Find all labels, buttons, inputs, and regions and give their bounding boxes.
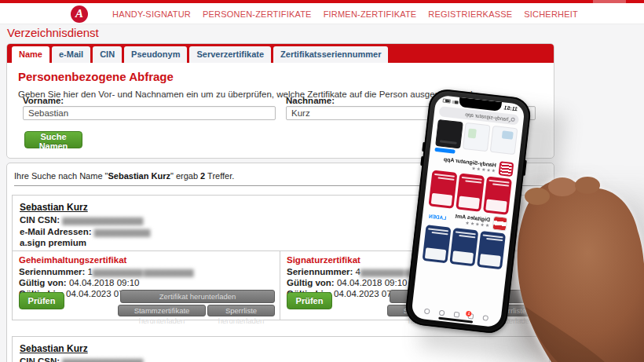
video-progress-bar: [440, 140, 457, 144]
phone-clock: 11:51: [503, 104, 518, 112]
valid-from-label: Gültig von:: [287, 278, 335, 287]
serial-label: Seriennummer:: [287, 267, 353, 276]
battery-icon: [442, 98, 451, 103]
red-screenshot-card: [428, 170, 457, 209]
tab-serverzertifikate[interactable]: Serverzertifikate: [189, 46, 271, 63]
panel-heading: Personenbezogene Abfrage: [18, 70, 174, 83]
tab-zertifikatsseriennummer[interactable]: Zertifikatsseriennummer: [273, 46, 388, 63]
email-label: e-Mail Adressen:: [20, 227, 92, 236]
laden-button: LADEN: [427, 213, 447, 221]
vorname-label: Vorname:: [23, 96, 64, 105]
email-row: e-Mail Adressen: ▆▆▆▆▆▆▆▆▆: [20, 226, 149, 237]
stammzertifikate-herunterladen-button[interactable]: Stammzertifikate herunterladen: [118, 305, 206, 316]
result-summary: Ihre Suche nach Name "Sebastian Kurz" er…: [14, 171, 234, 181]
app-screenshot-thumb: [463, 122, 491, 152]
app2-screenshot-cards: [423, 225, 507, 269]
atrust-logo[interactable]: A: [71, 5, 88, 23]
product-name: a.sign premium: [20, 238, 86, 247]
main-nav: HANDY-SIGNATUR PERSONEN-ZERTIFIKATE FIRM…: [112, 9, 578, 19]
sperrliste-herunterladen-button[interactable]: Sperrliste herunterladen: [207, 305, 275, 316]
serial-value-redacted: ▆▆▆▆▆▆▆▆ ▆▆▆▆▆▆▆▆: [93, 267, 193, 276]
nav-personen-zertifikate[interactable]: PERSONEN-ZERTIFIKATE: [203, 9, 312, 19]
cin-row: CIN CSN: ▆▆▆▆▆▆▆▆▆▆▆▆▆: [20, 214, 142, 225]
thumb-graphic: [468, 128, 477, 138]
red-screenshot-card: [483, 176, 512, 214]
navy-screenshot-card: [423, 225, 452, 263]
tab-cin[interactable]: CIN: [93, 46, 122, 63]
signal-icon: [452, 100, 458, 104]
navy-screenshot-card: [477, 231, 506, 269]
games-tab-icon: 1: [468, 313, 474, 320]
handy-signatur-app-icon: [498, 161, 514, 177]
app-screenshot-thumb: [490, 126, 518, 155]
cin-row: CIN CSN: ▆▆▆▆▆▆▆▆▆▆▆▆▆: [20, 356, 142, 362]
suche-namen-button[interactable]: Suche Namen: [24, 131, 82, 148]
summary-name: Sebastian Kurz: [108, 171, 170, 181]
summary-mid: " ergab: [170, 171, 200, 181]
notification-badge: 1: [466, 311, 472, 317]
nav-firmen-zertifikate[interactable]: FIRMEN-ZERTIFIKATE: [324, 9, 417, 19]
summary-suffix: Treffer.: [205, 171, 234, 181]
phone-status-icons: [442, 98, 458, 104]
cin-label: CIN CSN:: [20, 215, 60, 225]
video-preview-thumb: [435, 119, 463, 148]
site-header: A HANDY-SIGNATUR PERSONEN-ZERTIFIKATE FI…: [0, 3, 644, 24]
geheimhaltungszertifikat-box: Geheimhaltungszertifikat Seriennummer: 1…: [13, 251, 280, 320]
finger-knuckle: [525, 188, 550, 205]
cin-label: CIN CSN:: [20, 357, 60, 362]
today-tab-icon: [482, 315, 488, 321]
tab-bar: Name e-Mail CIN Pseudonym Serverzertifik…: [7, 44, 554, 63]
result-name-link[interactable]: Sebastian Kurz: [20, 202, 88, 213]
nav-registrierkasse[interactable]: REGISTRIERKASSE: [428, 9, 512, 19]
zertifikat-herunterladen-button[interactable]: Zertifikat herunterladen: [120, 290, 275, 303]
panel-description: Geben Sie hier den Vor- und Nachnamen ei…: [18, 90, 475, 99]
hand-palm: [518, 180, 644, 362]
tab-pseudonym[interactable]: Pseudonym: [124, 46, 187, 63]
apps-tab-icon: [453, 312, 459, 318]
app-meta: Digitales Amt ★★★★★: [448, 212, 490, 228]
valid-from-value: 04.04.2018 09:10: [69, 278, 140, 287]
updates-tab-icon: [438, 310, 445, 316]
serial-prefix: 4: [356, 267, 360, 276]
search-icon: [510, 117, 515, 122]
nav-sicherheit[interactable]: SICHERHEIT: [524, 9, 578, 19]
vorname-input[interactable]: [23, 106, 276, 120]
page-title: Verzeichnisdienst: [7, 26, 99, 39]
cin-value-redacted: ▆▆▆▆▆▆▆▆▆▆▆▆▆: [62, 357, 142, 362]
valid-from-row: Gültig von: 04.04.2018 09:10: [19, 277, 273, 288]
serial-label: Seriennummer:: [19, 267, 85, 276]
digitales-amt-app-icon: [492, 216, 508, 232]
finger-knuckle: [548, 177, 576, 196]
result-name-link[interactable]: Sebastian Kurz: [20, 343, 88, 354]
pruefen-button[interactable]: Prüfen: [19, 292, 64, 309]
email-value-redacted: ▆▆▆▆▆▆▆▆▆: [94, 227, 150, 236]
cert-title: Geheimhaltungszertifikat: [19, 255, 273, 265]
tab-email[interactable]: e-Mail: [52, 46, 90, 63]
thumb-graphic: [502, 130, 514, 140]
search-tab-icon: [424, 309, 430, 315]
tab-name[interactable]: Name: [12, 46, 49, 63]
summary-prefix: Ihre Suche nach Name ": [14, 171, 108, 181]
pruefen-button[interactable]: Prüfen: [287, 292, 332, 309]
nav-handy-signatur[interactable]: HANDY-SIGNATUR: [112, 9, 191, 19]
navy-screenshot-card: [449, 228, 478, 266]
valid-from-label: Gültig von:: [19, 278, 67, 287]
serial-prefix: 1: [88, 267, 93, 276]
nachname-label: Nachname:: [286, 96, 335, 105]
red-screenshot-card: [456, 173, 485, 211]
appstore-search-text: handy-signatur app: [465, 112, 509, 122]
cin-value-redacted: ▆▆▆▆▆▆▆▆▆▆▆▆▆: [62, 215, 142, 225]
finger-knuckle: [575, 177, 600, 194]
serial-row: Seriennummer: 1▆▆▆▆▆▆▆▆ ▆▆▆▆▆▆▆▆: [19, 266, 273, 277]
